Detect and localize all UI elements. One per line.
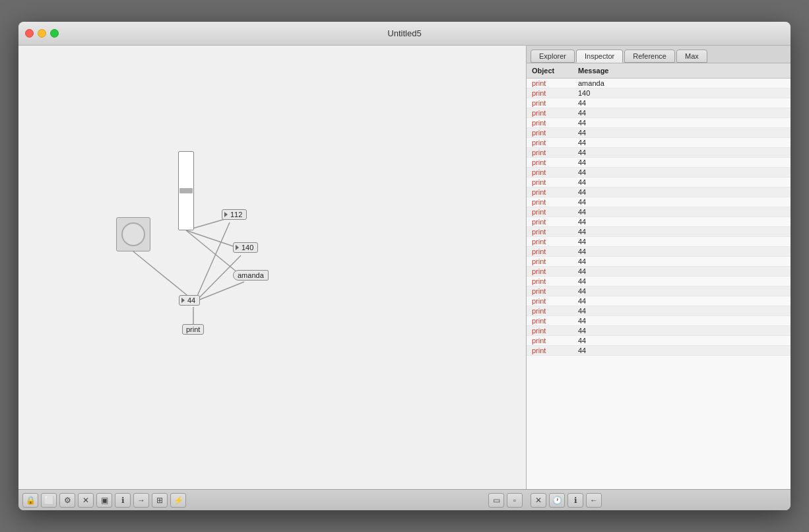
log-cell-object: print (527, 336, 573, 345)
slider-thumb (179, 188, 193, 193)
arrow-button[interactable]: → (133, 493, 149, 508)
table-row: print44 (527, 207, 791, 217)
log-cell-message: 44 (573, 267, 791, 276)
log-cell-message: 44 (573, 277, 791, 286)
info-button[interactable]: ℹ (115, 493, 131, 508)
table-row: print44 (527, 336, 791, 346)
log-cell-object: print (527, 108, 573, 117)
log-cell-message: 44 (573, 336, 791, 345)
clock-button[interactable]: 🕐 (549, 493, 565, 508)
table-row: print140 (527, 88, 791, 98)
canvas-toolbar: 🔒 ⬜ ⚙ ✕ ▣ ℹ → ⊞ ⚡ ▭ ▫ (18, 489, 527, 510)
table-row: print44 (527, 217, 791, 227)
table-row: print44 (527, 98, 791, 108)
table-row: print44 (527, 227, 791, 237)
table-row: print44 (527, 306, 791, 316)
log-cell-message: 44 (573, 306, 791, 316)
log-cell-object: print (527, 158, 573, 167)
log-cell-object: print (527, 207, 573, 216)
log-cell-message: 44 (573, 158, 791, 167)
log-cell-message: 44 (573, 118, 791, 127)
log-cell-message: 44 (573, 187, 791, 197)
log-cell-message: 140 (573, 88, 791, 98)
flash-button[interactable]: ⚡ (170, 493, 186, 508)
close-obj-button[interactable]: ✕ (78, 493, 94, 508)
log-cell-message: 44 (573, 237, 791, 246)
svg-line-4 (195, 222, 230, 300)
split-button[interactable]: ▫ (507, 493, 523, 508)
titlebar: Untitled5 (18, 22, 791, 46)
number-box-140[interactable]: 140 (233, 242, 258, 253)
slider-object[interactable] (178, 151, 194, 230)
log-cell-object: print (527, 148, 573, 157)
table-row: print44 (527, 277, 791, 286)
tab-inspector[interactable]: Inspector (576, 50, 623, 63)
log-cell-object: print (527, 118, 573, 127)
log-cell-object: print (527, 316, 573, 325)
log-cell-object: print (527, 306, 573, 316)
number-box-112[interactable]: 112 (222, 209, 247, 220)
table-row: print44 (527, 257, 791, 267)
log-cell-message: 44 (573, 138, 791, 147)
log-cell-object: print (527, 217, 573, 226)
tab-reference[interactable]: Reference (624, 50, 675, 63)
log-cell-object: print (527, 277, 573, 286)
log-table[interactable]: Object Message printamandaprint140print4… (527, 63, 791, 489)
log-cell-object: print (527, 128, 573, 137)
log-cell-object: print (527, 88, 573, 98)
copy-button[interactable]: ⬜ (41, 493, 57, 508)
table-row: print44 (527, 118, 791, 128)
back-button[interactable]: ← (586, 493, 602, 508)
print-object[interactable]: print (182, 324, 204, 335)
log-cell-object: print (527, 187, 573, 197)
maximize-button[interactable] (50, 29, 59, 38)
table-row: print44 (527, 326, 791, 336)
log-cell-message: 44 (573, 108, 791, 117)
number-box-44[interactable]: 44 (179, 295, 200, 306)
lock-button[interactable]: 🔒 (22, 493, 38, 508)
log-table-header: Object Message (527, 63, 791, 79)
view-button[interactable]: ▣ (96, 493, 112, 508)
info2-button[interactable]: ℹ (567, 493, 583, 508)
log-cell-message: amanda (573, 79, 791, 88)
log-cell-object: print (527, 267, 573, 276)
log-cell-message: 44 (573, 98, 791, 108)
log-cell-object: print (527, 98, 573, 108)
panes-button[interactable]: ▭ (488, 493, 504, 508)
log-cell-object: print (527, 286, 573, 296)
tab-explorer[interactable]: Explorer (531, 50, 575, 63)
settings-button[interactable]: ⚙ (59, 493, 75, 508)
clear-button[interactable]: ✕ (531, 493, 546, 508)
log-cell-message: 44 (573, 286, 791, 296)
log-cell-object: print (527, 257, 573, 266)
close-button[interactable] (25, 29, 34, 38)
minimize-button[interactable] (38, 29, 46, 38)
message-box-amanda[interactable]: amanda (233, 270, 269, 281)
table-row: print44 (527, 247, 791, 257)
table-row: print44 (527, 296, 791, 306)
right-toolbar: ✕ 🕐 ℹ ← (527, 489, 791, 510)
log-cell-message: 44 (573, 217, 791, 226)
log-cell-message: 44 (573, 227, 791, 236)
main-window: Untitled5 (18, 22, 791, 510)
log-cell-message: 44 (573, 178, 791, 187)
log-cell-object: print (527, 79, 573, 88)
canvas-area[interactable]: 112 140 amanda 44 print (18, 46, 527, 489)
tab-max[interactable]: Max (676, 50, 707, 63)
table-row: print44 (527, 148, 791, 158)
traffic-lights (25, 29, 59, 38)
bottom-area: 🔒 ⬜ ⚙ ✕ ▣ ℹ → ⊞ ⚡ ▭ ▫ ✕ 🕐 ℹ ← (18, 489, 791, 510)
dial-object[interactable] (116, 217, 150, 251)
table-row: print44 (527, 168, 791, 178)
log-cell-object: print (527, 237, 573, 246)
log-cell-message: 44 (573, 326, 791, 335)
table-row: print44 (527, 237, 791, 247)
log-cell-message: 44 (573, 346, 791, 355)
grid-button[interactable]: ⊞ (152, 493, 168, 508)
svg-line-6 (198, 282, 244, 300)
window-title: Untitled5 (387, 28, 421, 38)
log-cell-object: print (527, 138, 573, 147)
log-cell-message: 44 (573, 168, 791, 177)
log-cell-object: print (527, 247, 573, 256)
log-cell-message: 44 (573, 148, 791, 157)
